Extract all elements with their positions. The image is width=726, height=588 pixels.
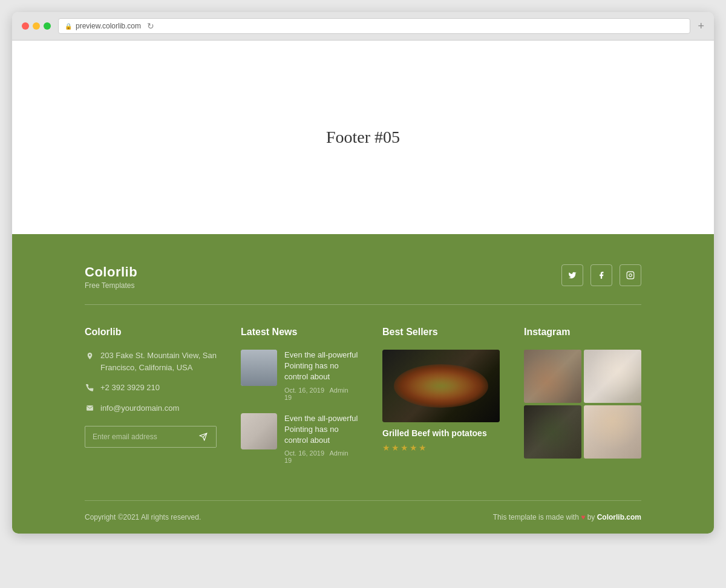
food-image (382, 350, 500, 422)
news-content-2: Even the all-powerful Pointing has no co… (284, 413, 358, 465)
instagram-photo-1[interactable] (524, 350, 581, 403)
address-bar[interactable]: 🔒 preview.colorlib.com ↻ (58, 18, 690, 34)
new-tab-button[interactable]: + (698, 20, 704, 33)
footer-bottom: Copyright ©2021 All rights reserved. Thi… (85, 500, 641, 534)
twitter-icon-button[interactable] (561, 264, 583, 286)
footer-columns: Colorlib 203 Fake St. Mountain View, San… (85, 327, 641, 476)
refresh-icon[interactable]: ↻ (147, 21, 154, 31)
made-with-text: This template is made with ♥ by Colorlib… (493, 513, 641, 521)
close-button[interactable] (22, 22, 29, 30)
news-author-2: Admin (330, 449, 348, 457)
address-text: 203 Fake St. Mountain View, San Francisc… (100, 350, 217, 373)
instagram-photo-4[interactable] (584, 405, 641, 459)
news-item-2: Even the all-powerful Pointing has no co… (241, 413, 358, 465)
news-date-1: Oct. 16, 2019 (284, 387, 324, 394)
browser-toolbar: 🔒 preview.colorlib.com ↻ + (12, 12, 714, 41)
location-icon (85, 351, 94, 361)
news-author-1: Admin (330, 387, 348, 394)
maximize-button[interactable] (44, 22, 51, 30)
contact-column: Colorlib 203 Fake St. Mountain View, San… (85, 327, 217, 476)
instagram-icon-button[interactable] (620, 264, 641, 286)
news-content-1: Even the all-powerful Pointing has no co… (284, 350, 358, 401)
lock-icon: 🔒 (65, 23, 72, 30)
news-comments-1: 19 (284, 394, 292, 401)
bestsellers-column-title: Best Sellers (382, 327, 500, 338)
email-text: info@yourdomain.com (100, 402, 179, 414)
instagram-photo-2[interactable] (584, 350, 641, 403)
news-thumbnail-2 (241, 413, 277, 449)
browser-window: 🔒 preview.colorlib.com ↻ + Footer #05 Co… (12, 12, 714, 534)
bestsellers-column: Best Sellers Grilled Beef with potatoes … (382, 327, 500, 476)
brand-name: Colorlib (85, 264, 137, 280)
news-thumbnail-1 (241, 350, 277, 386)
product-image[interactable] (382, 350, 500, 422)
contact-address: 203 Fake St. Mountain View, San Francisc… (85, 350, 217, 373)
footer-brand: Colorlib Free Templates (85, 264, 137, 290)
contact-email: info@yourdomain.com (85, 402, 217, 414)
news-date-2: Oct. 16, 2019 (284, 449, 324, 457)
email-form (85, 426, 217, 448)
instagram-column: Instagram (524, 327, 641, 476)
heart-icon: ♥ (581, 513, 585, 521)
news-column: Latest News Even the all-powerful Pointi… (241, 327, 358, 476)
phone-text: +2 392 3929 210 (100, 382, 160, 394)
news-title-2[interactable]: Even the all-powerful Pointing has no co… (284, 413, 358, 446)
news-column-title: Latest News (241, 327, 358, 338)
social-icons (561, 264, 641, 286)
instagram-column-title: Instagram (524, 327, 641, 338)
contact-phone: +2 392 3929 210 (85, 382, 217, 394)
footer: Colorlib Free Templates (12, 234, 714, 534)
email-icon (85, 403, 94, 413)
hero-section: Footer #05 (12, 41, 714, 234)
news-meta-2: Oct. 16, 2019 Admin 19 (284, 449, 358, 464)
footer-brand-row: Colorlib Free Templates (85, 264, 641, 305)
minimize-button[interactable] (33, 22, 40, 30)
svg-rect-0 (627, 272, 634, 279)
news-item-1: Even the all-powerful Pointing has no co… (241, 350, 358, 401)
news-title-1[interactable]: Even the all-powerful Pointing has no co… (284, 350, 358, 383)
email-submit-button[interactable] (191, 426, 216, 447)
contact-column-title: Colorlib (85, 327, 217, 338)
instagram-photo-3[interactable] (524, 405, 581, 459)
product-name: Grilled Beef with potatoes (382, 428, 500, 438)
phone-icon (85, 383, 94, 393)
news-comments-2: 19 (284, 457, 292, 464)
window-controls (22, 22, 51, 30)
news-meta-1: Oct. 16, 2019 Admin 19 (284, 387, 358, 401)
email-subscribe-input[interactable] (85, 426, 191, 447)
page-title: Footer #05 (326, 128, 400, 147)
facebook-icon-button[interactable] (590, 264, 612, 286)
brand-tagline: Free Templates (85, 281, 137, 290)
colorlib-brand-link[interactable]: Colorlib.com (597, 513, 641, 521)
page-content: Footer #05 Colorlib Free Templates (12, 41, 714, 534)
instagram-grid (524, 350, 641, 459)
url-text: preview.colorlib.com (76, 22, 141, 30)
copyright-text: Copyright ©2021 All rights reserved. (85, 513, 201, 521)
product-rating: ★★★★★ (382, 443, 500, 452)
